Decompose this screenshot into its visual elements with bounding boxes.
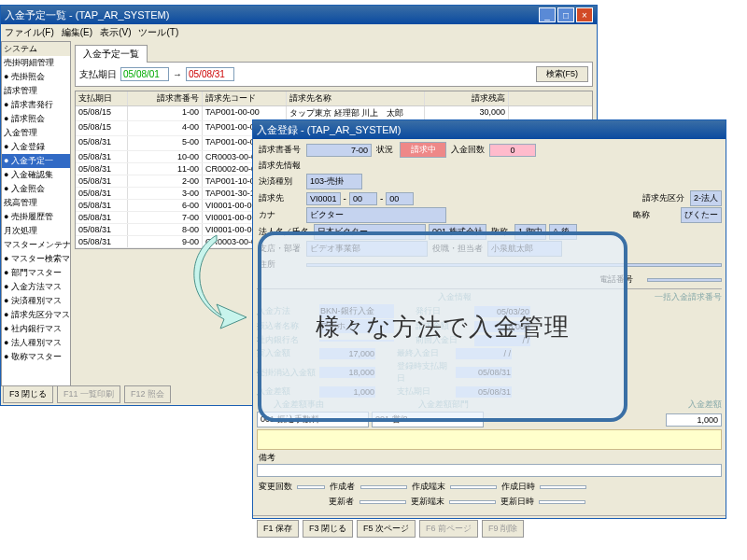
- callout-overlay: 様々な方法で入金管理: [258, 231, 627, 422]
- sidebar-item[interactable]: ● 請求先区分マス: [2, 308, 70, 322]
- menu-view[interactable]: 表示(V): [100, 26, 131, 39]
- invoice-no-field[interactable]: 7-00: [306, 144, 372, 157]
- tel-field[interactable]: [647, 278, 722, 282]
- f1-save-button[interactable]: F1 保存: [257, 520, 299, 538]
- f12-view-button[interactable]: F12 照会: [124, 385, 171, 403]
- billto-code-field[interactable]: VI0001: [306, 192, 341, 205]
- sidebar-item[interactable]: ● 入金確認集: [2, 168, 70, 182]
- sidebar-item[interactable]: ● 入金予定一: [2, 154, 70, 168]
- f6-prev-button[interactable]: F6 前ページ: [419, 520, 478, 538]
- window-title: 入金登録 - (TAP_AR_SYSTEM): [257, 123, 722, 137]
- titlebar[interactable]: 入金予定一覧 - (TAP_AR_SYSTEM) _ □ ×: [1, 6, 597, 24]
- sidebar-header: システム: [2, 42, 70, 56]
- date-from-input[interactable]: [120, 67, 169, 81]
- filter-label: 支払期日: [79, 68, 117, 81]
- status-badge: 請求中: [400, 142, 446, 158]
- menubar: ファイル(F) 編集(E) 表示(V) ツール(T): [1, 24, 597, 41]
- billto-class-field[interactable]: 2-法人: [690, 190, 722, 206]
- window-title: 入金予定一覧 - (TAP_AR_SYSTEM): [5, 8, 537, 22]
- count-label: 入金回数: [449, 143, 486, 157]
- kana-field[interactable]: ビクター: [306, 207, 446, 223]
- menu-file[interactable]: ファイル(F): [5, 26, 54, 39]
- diff-amount-field[interactable]: 1,000: [666, 413, 722, 427]
- titlebar[interactable]: 入金登録 - (TAP_AR_SYSTEM): [253, 120, 726, 139]
- notes-area[interactable]: [257, 429, 722, 450]
- f5-next-button[interactable]: F5 次ページ: [357, 520, 416, 538]
- sidebar-item[interactable]: ● 売掛履歴管: [2, 210, 70, 224]
- sidebar-tree[interactable]: システム 売掛明細管理● 売掛照会請求管理● 請求書発行● 請求照会入金管理● …: [1, 41, 71, 386]
- close-icon[interactable]: ×: [576, 7, 593, 22]
- function-key-bar: F1 保存 F3 閉じる F5 次ページ F6 前ページ F9 削除: [253, 515, 726, 541]
- sidebar-item[interactable]: マスターメンテナン: [2, 238, 70, 252]
- count-field: 0: [489, 144, 536, 157]
- sidebar-item[interactable]: ● 社内銀行マス: [2, 322, 70, 336]
- sidebar-item[interactable]: ● 売掛照会: [2, 70, 70, 84]
- sidebar-item[interactable]: ● 決済種別マス: [2, 294, 70, 308]
- arrow-icon: →: [173, 69, 182, 79]
- f3-close-button[interactable]: F3 閉じる: [303, 520, 353, 538]
- callout-text: 様々な方法で入金管理: [316, 311, 570, 343]
- sidebar-item[interactable]: ● 敬称マスター: [2, 350, 70, 364]
- f11-print-button[interactable]: F11 一覧印刷: [57, 385, 120, 403]
- invoice-no-label: 請求書番号: [257, 143, 303, 157]
- abbr-field[interactable]: びくたー: [681, 207, 722, 223]
- menu-tool[interactable]: ツール(T): [138, 26, 178, 39]
- menu-edit[interactable]: 編集(E): [62, 26, 92, 39]
- f3-close-button[interactable]: F3 閉じる: [3, 385, 53, 403]
- filter-bar: 支払期日 → 検索(F5): [75, 62, 593, 87]
- sidebar-item[interactable]: ● マスター検索マ: [2, 252, 70, 266]
- search-button[interactable]: 検索(F5): [536, 66, 589, 82]
- maximize-icon[interactable]: □: [557, 7, 574, 22]
- section-billing-info: 請求先情報: [257, 159, 722, 173]
- sidebar-item[interactable]: ● 入金方法マス: [2, 280, 70, 294]
- sidebar-item[interactable]: 残高管理: [2, 196, 70, 210]
- sidebar-item[interactable]: 請求管理: [2, 84, 70, 98]
- grid-header: 支払期日 請求書番号 請求先コード 請求先名称 請求残高: [76, 91, 592, 106]
- f9-delete-button[interactable]: F9 削除: [482, 520, 524, 538]
- sidebar-item[interactable]: ● 部門マスター: [2, 266, 70, 280]
- sidebar-item[interactable]: 月次処理: [2, 224, 70, 238]
- date-to-input[interactable]: [186, 67, 234, 81]
- sidebar-item[interactable]: ● 入金照会: [2, 182, 70, 196]
- remarks-field[interactable]: [257, 464, 722, 477]
- sidebar-item[interactable]: 売掛明細管理: [2, 56, 70, 70]
- status-label: 状況: [374, 143, 397, 157]
- sidebar-item[interactable]: ● 入金登録: [2, 140, 70, 154]
- tab-schedule[interactable]: 入金予定一覧: [75, 45, 148, 63]
- sidebar-item[interactable]: ● 法人種別マス: [2, 336, 70, 350]
- sidebar-item[interactable]: ● 請求照会: [2, 112, 70, 126]
- minimize-icon[interactable]: _: [539, 7, 556, 22]
- sidebar-item[interactable]: 入金管理: [2, 126, 70, 140]
- sidebar-item[interactable]: ● 請求書発行: [2, 98, 70, 112]
- function-key-bar: F3 閉じる F11 一覧印刷 F12 照会: [3, 385, 171, 403]
- settlement-type-field[interactable]: 103-売掛: [306, 174, 362, 189]
